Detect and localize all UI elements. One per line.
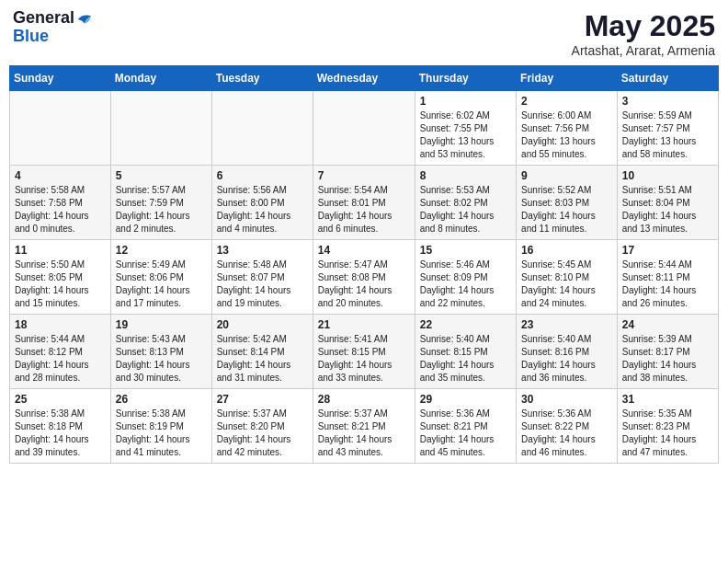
calendar-cell: 16Sunrise: 5:45 AM Sunset: 8:10 PM Dayli… <box>517 240 618 315</box>
day-number: 24 <box>622 318 713 331</box>
calendar-cell: 26Sunrise: 5:38 AM Sunset: 8:19 PM Dayli… <box>110 389 211 464</box>
calendar-week-3: 11Sunrise: 5:50 AM Sunset: 8:05 PM Dayli… <box>10 240 719 315</box>
day-number: 1 <box>420 95 511 108</box>
calendar-cell: 23Sunrise: 5:40 AM Sunset: 8:16 PM Dayli… <box>517 315 618 389</box>
day-info: Sunrise: 5:48 AM Sunset: 8:07 PM Dayligh… <box>217 259 308 310</box>
calendar-cell: 1Sunrise: 6:02 AM Sunset: 7:55 PM Daylig… <box>415 91 516 166</box>
day-number: 8 <box>420 169 511 182</box>
calendar-cell: 17Sunrise: 5:44 AM Sunset: 8:11 PM Dayli… <box>617 240 718 315</box>
logo: General Blue <box>13 9 93 46</box>
day-info: Sunrise: 5:37 AM Sunset: 8:21 PM Dayligh… <box>318 408 410 459</box>
day-number: 26 <box>116 393 207 406</box>
calendar-cell: 18Sunrise: 5:44 AM Sunset: 8:12 PM Dayli… <box>10 315 111 389</box>
calendar-week-1: 1Sunrise: 6:02 AM Sunset: 7:55 PM Daylig… <box>10 91 719 166</box>
calendar-location: Artashat, Ararat, Armenia <box>572 43 715 58</box>
col-friday: Friday <box>517 66 618 91</box>
col-tuesday: Tuesday <box>211 66 313 91</box>
logo-text: General Blue <box>13 9 93 46</box>
day-number: 17 <box>622 244 713 257</box>
day-info: Sunrise: 5:35 AM Sunset: 8:23 PM Dayligh… <box>622 408 713 459</box>
day-info: Sunrise: 5:36 AM Sunset: 8:22 PM Dayligh… <box>521 408 612 459</box>
day-number: 4 <box>15 169 106 182</box>
day-info: Sunrise: 6:00 AM Sunset: 7:56 PM Dayligh… <box>521 109 612 161</box>
day-info: Sunrise: 5:41 AM Sunset: 8:15 PM Dayligh… <box>318 333 410 385</box>
calendar-cell: 19Sunrise: 5:43 AM Sunset: 8:13 PM Dayli… <box>110 315 211 389</box>
day-number: 21 <box>318 318 410 331</box>
day-info: Sunrise: 5:47 AM Sunset: 8:08 PM Dayligh… <box>318 259 410 310</box>
calendar-cell <box>10 91 111 166</box>
day-info: Sunrise: 5:43 AM Sunset: 8:13 PM Dayligh… <box>116 333 207 385</box>
day-info: Sunrise: 5:36 AM Sunset: 8:21 PM Dayligh… <box>420 408 511 459</box>
day-number: 19 <box>116 318 207 331</box>
day-number: 11 <box>15 244 106 257</box>
day-number: 27 <box>217 393 308 406</box>
calendar-cell: 31Sunrise: 5:35 AM Sunset: 8:23 PM Dayli… <box>617 389 718 464</box>
day-number: 25 <box>15 393 106 406</box>
day-number: 29 <box>420 393 511 406</box>
day-number: 9 <box>521 169 612 182</box>
calendar-table: Sunday Monday Tuesday Wednesday Thursday… <box>9 65 719 464</box>
day-info: Sunrise: 5:56 AM Sunset: 8:00 PM Dayligh… <box>217 184 308 236</box>
col-thursday: Thursday <box>415 66 516 91</box>
calendar-cell: 27Sunrise: 5:37 AM Sunset: 8:20 PM Dayli… <box>211 389 313 464</box>
calendar-cell: 22Sunrise: 5:40 AM Sunset: 8:15 PM Dayli… <box>415 315 516 389</box>
logo-general: General <box>13 9 74 28</box>
col-monday: Monday <box>110 66 211 91</box>
day-info: Sunrise: 5:59 AM Sunset: 7:57 PM Dayligh… <box>622 109 713 161</box>
calendar-body: 1Sunrise: 6:02 AM Sunset: 7:55 PM Daylig… <box>10 91 719 464</box>
day-number: 28 <box>318 393 410 406</box>
day-info: Sunrise: 5:51 AM Sunset: 8:04 PM Dayligh… <box>622 184 713 236</box>
day-number: 14 <box>318 244 410 257</box>
day-info: Sunrise: 5:42 AM Sunset: 8:14 PM Dayligh… <box>217 333 308 385</box>
calendar-cell: 24Sunrise: 5:39 AM Sunset: 8:17 PM Dayli… <box>617 315 718 389</box>
day-number: 31 <box>622 393 713 406</box>
day-number: 18 <box>15 318 106 331</box>
col-saturday: Saturday <box>617 66 718 91</box>
calendar-cell <box>211 91 313 166</box>
calendar-header: Sunday Monday Tuesday Wednesday Thursday… <box>10 66 719 91</box>
day-info: Sunrise: 6:02 AM Sunset: 7:55 PM Dayligh… <box>420 109 511 161</box>
day-info: Sunrise: 5:39 AM Sunset: 8:17 PM Dayligh… <box>622 333 713 385</box>
day-number: 12 <box>116 244 207 257</box>
calendar-week-4: 18Sunrise: 5:44 AM Sunset: 8:12 PM Dayli… <box>10 315 719 389</box>
calendar-week-5: 25Sunrise: 5:38 AM Sunset: 8:18 PM Dayli… <box>10 389 719 464</box>
calendar-cell: 12Sunrise: 5:49 AM Sunset: 8:06 PM Dayli… <box>110 240 211 315</box>
col-wednesday: Wednesday <box>313 66 415 91</box>
logo-blue: Blue <box>13 28 93 46</box>
day-info: Sunrise: 5:54 AM Sunset: 8:01 PM Dayligh… <box>318 184 410 236</box>
day-info: Sunrise: 5:58 AM Sunset: 7:58 PM Dayligh… <box>15 184 106 236</box>
day-info: Sunrise: 5:57 AM Sunset: 7:59 PM Dayligh… <box>116 184 207 236</box>
calendar-cell <box>110 91 211 166</box>
col-sunday: Sunday <box>10 66 111 91</box>
day-number: 16 <box>521 244 612 257</box>
day-number: 30 <box>521 393 612 406</box>
day-info: Sunrise: 5:52 AM Sunset: 8:03 PM Dayligh… <box>521 184 612 236</box>
day-number: 23 <box>521 318 612 331</box>
day-number: 2 <box>521 95 612 108</box>
calendar-cell: 9Sunrise: 5:52 AM Sunset: 8:03 PM Daylig… <box>517 166 618 240</box>
day-info: Sunrise: 5:49 AM Sunset: 8:06 PM Dayligh… <box>116 259 207 310</box>
day-number: 20 <box>217 318 308 331</box>
day-number: 22 <box>420 318 511 331</box>
calendar-cell <box>313 91 415 166</box>
day-info: Sunrise: 5:46 AM Sunset: 8:09 PM Dayligh… <box>420 259 511 310</box>
day-info: Sunrise: 5:50 AM Sunset: 8:05 PM Dayligh… <box>15 259 106 310</box>
calendar-cell: 2Sunrise: 6:00 AM Sunset: 7:56 PM Daylig… <box>517 91 618 166</box>
day-info: Sunrise: 5:44 AM Sunset: 8:11 PM Dayligh… <box>622 259 713 310</box>
day-number: 5 <box>116 169 207 182</box>
calendar-cell: 8Sunrise: 5:53 AM Sunset: 8:02 PM Daylig… <box>415 166 516 240</box>
calendar-cell: 5Sunrise: 5:57 AM Sunset: 7:59 PM Daylig… <box>110 166 211 240</box>
calendar-cell: 29Sunrise: 5:36 AM Sunset: 8:21 PM Dayli… <box>415 389 516 464</box>
day-number: 15 <box>420 244 511 257</box>
day-info: Sunrise: 5:53 AM Sunset: 8:02 PM Dayligh… <box>420 184 511 236</box>
page-header: General Blue May 2025 Artashat, Ararat, … <box>9 9 719 58</box>
day-info: Sunrise: 5:45 AM Sunset: 8:10 PM Dayligh… <box>521 259 612 310</box>
day-info: Sunrise: 5:38 AM Sunset: 8:18 PM Dayligh… <box>15 408 106 459</box>
calendar-cell: 30Sunrise: 5:36 AM Sunset: 8:22 PM Dayli… <box>517 389 618 464</box>
calendar-cell: 3Sunrise: 5:59 AM Sunset: 7:57 PM Daylig… <box>617 91 718 166</box>
calendar-cell: 11Sunrise: 5:50 AM Sunset: 8:05 PM Dayli… <box>10 240 111 315</box>
calendar-week-2: 4Sunrise: 5:58 AM Sunset: 7:58 PM Daylig… <box>10 166 719 240</box>
day-number: 13 <box>217 244 308 257</box>
day-number: 3 <box>622 95 713 108</box>
calendar-cell: 4Sunrise: 5:58 AM Sunset: 7:58 PM Daylig… <box>10 166 111 240</box>
